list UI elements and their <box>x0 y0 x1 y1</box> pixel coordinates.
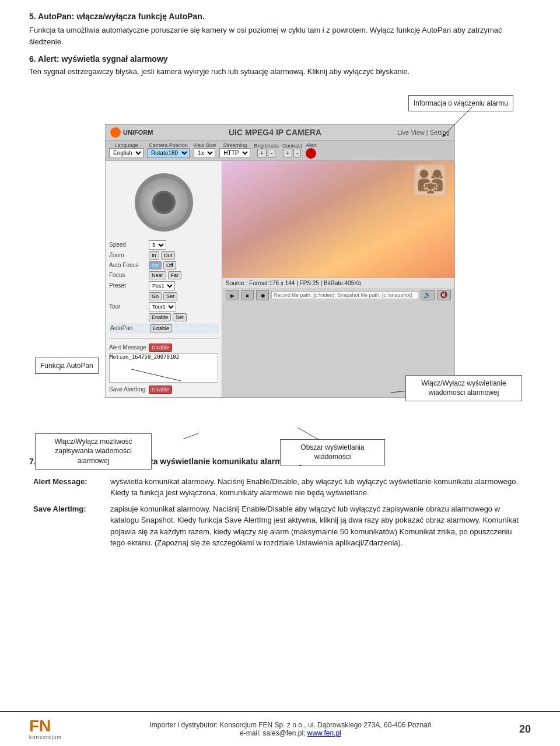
autofocus-label: Auto Focus <box>109 262 147 268</box>
streaming-label: Streaming <box>223 142 247 148</box>
preset-row: Preset Pos1 <box>109 281 218 290</box>
save-alertimg-row: Save AlertImg Disable <box>109 386 218 394</box>
motion-textarea[interactable]: Motion_164759_20070102 <box>109 353 218 383</box>
tour-label: Tour <box>109 303 147 310</box>
tour-set-btn[interactable]: Set <box>173 313 187 321</box>
language-select[interactable]: English <box>109 148 144 158</box>
view-size-select[interactable]: 1x <box>194 148 215 158</box>
tour-enable-btn[interactable]: Enable <box>149 313 171 321</box>
alert-dot-icon[interactable] <box>306 148 316 159</box>
camera-lens-icon <box>152 191 176 214</box>
language-group: Language English <box>109 142 144 158</box>
mute-icon[interactable]: 🔇 <box>437 290 451 300</box>
section5-heading: 5. AutoPan: włącza/wyłącza funkcję AutoP… <box>29 12 531 21</box>
section6-para: Ten sygnał ostrzegawczy błyska, jeśli ka… <box>29 66 531 78</box>
preview-controls-bar: ▶ ■ ⏺ Record file path: [c:\video]; Snap… <box>222 288 454 302</box>
stop-btn[interactable]: ■ <box>241 290 254 300</box>
volume-icon[interactable]: 🔊 <box>421 290 435 300</box>
zoom-out-btn[interactable]: Out <box>161 251 176 260</box>
preset-select[interactable]: Pos1 <box>149 281 175 290</box>
play-btn[interactable]: ▶ <box>226 290 239 300</box>
camera-preview-right: 👨‍👩‍👧 Source : Format:176 x 144 | FPS:25… <box>222 161 454 397</box>
contrast-minus-btn[interactable]: - <box>293 149 301 157</box>
camera-nav-links: Live View | Setting <box>397 129 450 136</box>
camera-ui: UNIFORM UIC MPEG4 IP CAMERA Live View | … <box>105 124 455 398</box>
focus-near-btn[interactable]: Near <box>149 271 166 279</box>
zoom-in-btn[interactable]: In <box>149 251 159 260</box>
brightness-plus-btn[interactable]: + <box>257 149 267 157</box>
alert-message-def-label: Alert Message: <box>30 474 106 500</box>
record-btn[interactable]: ⏺ <box>256 290 269 300</box>
camera-toolbar: Language English Camera Position Rotate1… <box>106 141 454 161</box>
camera-body: Speed 3 Zoom In Out Auto Focus On Off <box>106 161 454 397</box>
annotation-wiadomosci-toggle: Włącz/Wyłącz wyświetlanie wiadomości ala… <box>405 375 522 402</box>
alert-indicator-group: Alert <box>306 142 317 159</box>
preset-set-btn[interactable]: Set <box>163 292 177 300</box>
record-path-display: Record file path: [c:\video]; Snapshot f… <box>271 291 418 299</box>
focus-row: Focus Near Far <box>109 271 218 279</box>
footer-konsorcjum-label: konsorcjum <box>29 734 62 740</box>
footer-website-link[interactable]: www.fen.pl <box>307 729 341 737</box>
language-label: Language <box>114 142 138 148</box>
annotation-autopan: Funkcja AutoPan <box>35 358 99 374</box>
logo-circle-icon <box>110 127 121 138</box>
camera-logo: UNIFORM <box>110 127 153 138</box>
save-alertimg-label: Save AlertImg <box>109 386 147 393</box>
focus-far-btn[interactable]: Far <box>168 271 182 279</box>
save-alertimg-btn[interactable]: Disable <box>149 386 172 394</box>
autofocus-off-btn[interactable]: Off <box>163 261 176 269</box>
preset-label: Preset <box>109 282 147 289</box>
tour-actions-row: Enable Set <box>109 313 218 321</box>
preview-video-area: 👨‍👩‍👧 <box>222 161 454 278</box>
diagram-area: Informacja o włączeniu alarmu UNIFORM UI… <box>29 89 531 439</box>
footer-email-text: e-mail: sales@fen.pl; <box>240 729 307 737</box>
preview-people-icon: 👨‍👩‍👧 <box>412 164 449 198</box>
save-alertimg-def-text: zapisuje komunikat alarmowy. Naciśnij En… <box>107 502 530 551</box>
camera-header: UNIFORM UIC MPEG4 IP CAMERA Live View | … <box>106 125 454 141</box>
alert-msg-disable-btn[interactable]: Disable <box>149 344 172 352</box>
annotation-obszar: Obszar wyświetlania wiadomości <box>280 439 385 466</box>
svg-line-4 <box>298 428 338 439</box>
section5-para: Funkcja ta umożliwia automatyczne porusz… <box>29 24 531 47</box>
contrast-plus-btn[interactable]: + <box>283 149 292 157</box>
preset-go-btn[interactable]: Go <box>149 292 162 300</box>
section7-area: 7. Alert Message: włącza/wyłącza wyświet… <box>29 457 531 552</box>
tour-select[interactable]: Tour1 <box>149 302 176 311</box>
save-alertimg-def-label: Save AlertImg: <box>30 502 106 551</box>
contrast-label: Contrast <box>282 143 302 149</box>
brightness-label: Brightness <box>254 143 279 149</box>
streaming-select[interactable]: HTTP <box>219 148 250 158</box>
footer-page-number: 20 <box>519 723 531 736</box>
brightness-group: Brightness + - <box>254 143 279 157</box>
speed-select[interactable]: 3 <box>149 240 166 250</box>
zoom-label: Zoom <box>109 252 147 258</box>
source-info: Source : Format:176 x 144 | FPS:25 | Bit… <box>222 278 454 288</box>
annotation-alarm: Informacja o włączeniu alarmu <box>408 95 513 112</box>
alert-message-def-text: wyświetla komunikat alarmowy. Naciśnij E… <box>107 474 530 500</box>
save-alertimg-def-row: Save AlertImg: zapisuje komunikat alarmo… <box>30 502 530 551</box>
autofocus-on-btn[interactable]: On <box>149 261 162 269</box>
camera-pos-select[interactable]: Rotate180 <box>147 148 190 158</box>
brightness-minus-btn[interactable]: - <box>268 149 275 157</box>
footer-fn-logo: FN <box>29 718 51 734</box>
footer: FN konsorcjum Importer i dystrybutor: Ko… <box>0 711 560 746</box>
svg-line-3 <box>152 433 198 439</box>
autopan-enable-btn[interactable]: Enable <box>150 324 172 332</box>
annotation-zapisywania: Włącz/Wyłącz możliwość zapisywania wiado… <box>35 433 152 470</box>
footer-logo: FN konsorcjum <box>29 718 62 740</box>
footer-center-text: Importer i dystrybutor: Konsorcjum FEN S… <box>150 721 432 737</box>
alert-message-def-row: Alert Message: wyświetla komunikat alarm… <box>30 474 530 500</box>
preset-actions-row: Go Set <box>109 292 218 300</box>
contrast-group: Contrast + - <box>282 143 302 157</box>
alert-message-row: Alert Message Disable <box>109 344 218 352</box>
speed-label: Speed <box>109 241 147 248</box>
camera-controls-left: Speed 3 Zoom In Out Auto Focus On Off <box>106 161 222 397</box>
view-size-label: View Size <box>193 142 216 148</box>
footer-address: Importer i dystrybutor: Konsorcjum FEN S… <box>150 721 432 729</box>
focus-label: Focus <box>109 272 147 278</box>
autopan-label: AutoPan <box>110 325 148 331</box>
view-size-group: View Size 1x <box>193 142 216 158</box>
definition-table: Alert Message: wyświetla komunikat alarm… <box>29 473 531 552</box>
camera-pos-label: Camera Position <box>149 142 188 148</box>
alert-toolbar-label: Alert <box>306 142 317 148</box>
